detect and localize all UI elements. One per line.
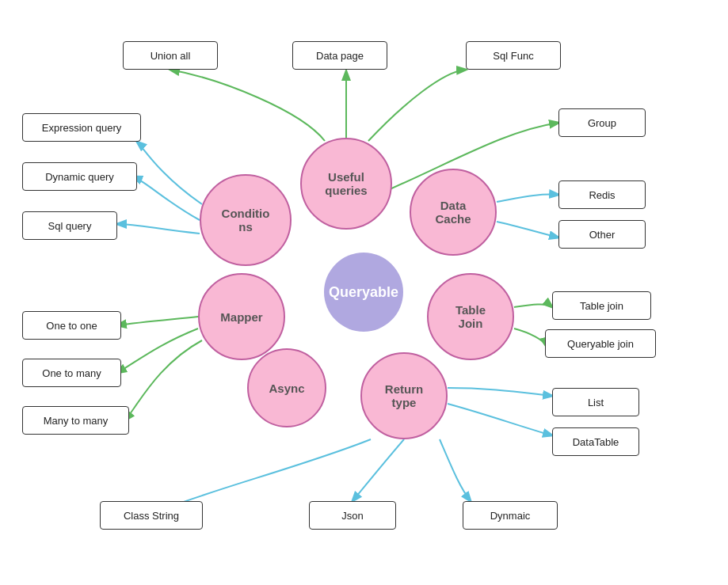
return-type-label: Return type xyxy=(385,382,423,409)
other-box: Other xyxy=(558,220,646,249)
mind-map: Queryable Useful queries Data Cache Tabl… xyxy=(0,0,728,585)
many-to-many-label: Many to many xyxy=(44,415,109,427)
dynmaic-box: Dynmaic xyxy=(463,501,558,530)
data-cache-node: Data Cache xyxy=(410,169,497,256)
list-box: List xyxy=(552,388,639,416)
redis-box: Redis xyxy=(558,180,646,209)
mapper-node: Mapper xyxy=(198,273,285,360)
list-label: List xyxy=(588,397,604,408)
conditions-node: Conditio ns xyxy=(200,174,292,266)
other-label: Other xyxy=(589,229,616,241)
sql-query-box: Sql query xyxy=(22,211,117,240)
one-to-many-label: One to many xyxy=(42,367,101,379)
datatable-box: DataTable xyxy=(552,427,639,456)
union-all-box: Union all xyxy=(123,41,218,70)
json-box: Json xyxy=(309,501,396,530)
dynmaic-label: Dynmaic xyxy=(490,510,531,522)
queryable-join-box: Queryable join xyxy=(545,329,656,358)
data-page-box: Data page xyxy=(292,41,387,70)
one-to-many-box: One to many xyxy=(22,359,121,387)
class-string-label: Class String xyxy=(124,510,179,522)
useful-queries-label: Useful queries xyxy=(325,170,367,197)
conditions-label: Conditio ns xyxy=(222,207,270,234)
mapper-label: Mapper xyxy=(220,310,262,324)
sql-func-box: Sql Func xyxy=(466,41,561,70)
data-cache-label: Data Cache xyxy=(435,199,471,226)
class-string-box: Class String xyxy=(100,501,203,530)
table-join-box: Table join xyxy=(552,291,651,320)
many-to-many-box: Many to many xyxy=(22,406,129,435)
async-label: Async xyxy=(269,382,304,395)
expression-query-label: Expression query xyxy=(42,122,121,134)
table-join-node: Table Join xyxy=(427,273,514,360)
async-node: Async xyxy=(247,348,326,427)
return-type-node: Return type xyxy=(360,352,448,439)
queryable-join-label: Queryable join xyxy=(567,338,634,350)
union-all-label: Union all xyxy=(151,50,191,62)
center-label: Queryable xyxy=(329,284,398,301)
table-join-label: Table Join xyxy=(455,303,486,330)
dynamic-query-label: Dynamic query xyxy=(45,171,114,183)
one-to-one-box: One to one xyxy=(22,311,121,340)
redis-label: Redis xyxy=(589,189,615,201)
datatable-label: DataTable xyxy=(573,436,619,448)
one-to-one-label: One to one xyxy=(46,320,97,332)
expression-query-box: Expression query xyxy=(22,113,141,142)
json-label: Json xyxy=(341,510,363,522)
sql-query-label: Sql query xyxy=(48,220,92,232)
group-label: Group xyxy=(588,117,616,129)
dynamic-query-box: Dynamic query xyxy=(22,162,137,191)
center-node: Queryable xyxy=(324,253,403,332)
useful-queries-node: Useful queries xyxy=(300,138,392,230)
data-page-label: Data page xyxy=(316,50,364,62)
table-join-box-label: Table join xyxy=(580,300,623,312)
sql-func-label: Sql Func xyxy=(493,50,533,62)
group-box: Group xyxy=(558,108,646,137)
